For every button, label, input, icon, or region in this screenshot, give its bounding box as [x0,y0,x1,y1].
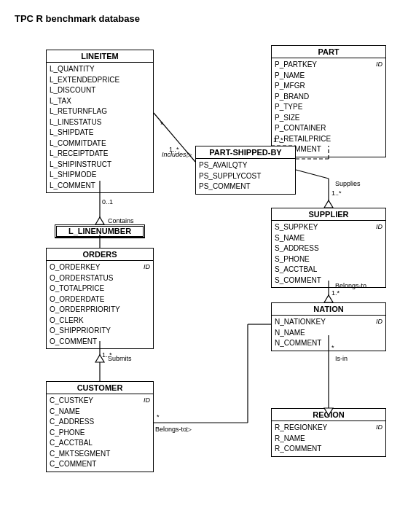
orders-body: O_ORDERKEYID O_ORDERSTATUS O_TOTALPRICE … [47,261,153,348]
svg-text:0..1: 0..1 [102,198,113,206]
nation-entity: NATION N_NATIONKEYID N_NAME N_COMMENT [271,302,386,351]
svg-text:Supplies: Supplies [335,180,361,187]
nation-header: NATION [272,303,385,316]
svg-text:*: * [157,413,160,420]
partshippedby-header: PART-SHIPPED-BY [196,146,295,159]
customer-body: C_CUSTKEYID C_NAME C_ADDRESS C_PHONE C_A… [47,394,153,472]
svg-text:Contains: Contains [108,217,134,224]
lineitem-body: L_QUANTITY L_EXTENDEDPRICE L_DISCOUNT L_… [47,63,153,192]
svg-text:1..*: 1..* [332,189,342,197]
svg-text:*: * [160,121,163,129]
svg-marker-17 [95,217,104,224]
partshippedby-entity: PART-SHIPPED-BY PS_AVAILQTY PS_SUPPLYCOS… [195,146,296,195]
svg-marker-22 [95,355,104,362]
part-body: P_PARTKEYID P_NAME P_MFGR P_BRAND P_TYPE… [272,58,385,157]
svg-text:Submits: Submits [108,355,132,362]
lineitem-header: LINEITEM [47,50,153,63]
orders-header: ORDERS [47,249,153,261]
orders-entity: ORDERS O_ORDERKEYID O_ORDERSTATUS O_TOTA… [46,248,154,349]
svg-text:1..*: 1..* [102,351,112,359]
svg-text:Belongs-to▷: Belongs-to▷ [155,426,192,433]
svg-text:1.*: 1.* [332,289,340,297]
svg-line-3 [154,113,195,162]
llinenumber-header: L_LINENUMBER [55,225,144,238]
nation-body: N_NATIONKEYID N_NAME N_COMMENT [272,316,385,351]
part-entity: PART P_PARTKEYID P_NAME P_MFGR P_BRAND P… [271,45,386,157]
page-title: TPC R benchmark database [15,13,140,24]
lineitem-entity: LINEITEM L_QUANTITY L_EXTENDEDPRICE L_DI… [46,50,154,193]
customer-entity: CUSTOMER C_CUSTKEYID C_NAME C_ADDRESS C_… [46,381,154,472]
region-body: R_REGIONKEYID R_NAME R_COMMENT [272,421,385,456]
partshippedby-body: PS_AVAILQTY PS_SUPPLYCOST PS_COMMENT [196,159,295,194]
supplier-body: S_SUPPKEYID S_NAME S_ADDRESS S_PHONE S_A… [272,221,385,287]
part-header: PART [272,46,385,58]
supplier-entity: SUPPLIER S_SUPPKEYID S_NAME S_ADDRESS S_… [271,208,386,288]
llinenumber-entity: L_LINENUMBER [55,224,145,238]
svg-line-11 [296,170,329,179]
cardinality-part-psb: 1..* [169,146,179,153]
region-header: REGION [272,409,385,421]
svg-marker-14 [324,200,333,208]
supplier-header: SUPPLIER [272,208,385,221]
region-entity: REGION R_REGIONKEYID R_NAME R_COMMENT [271,408,386,457]
customer-header: CUSTOMER [47,382,153,394]
svg-text:Is-in: Is-in [335,355,348,362]
svg-marker-32 [324,295,333,302]
